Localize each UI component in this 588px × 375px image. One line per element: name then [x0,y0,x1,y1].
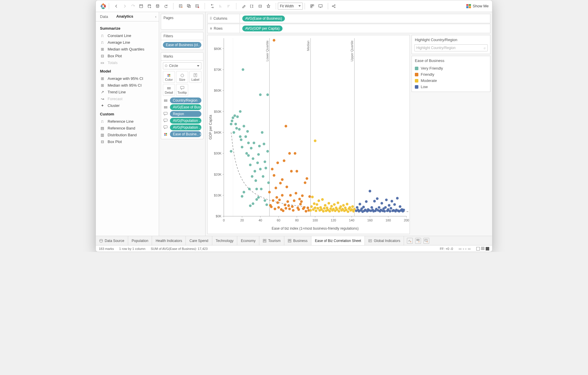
analytics-item[interactable]: ▤Reference Band [96,125,159,132]
mark-pill[interactable]: Ease of Busine.. ≡ [170,131,201,137]
redo-button[interactable] [121,2,128,10]
sheet-tab[interactable]: Tourism [259,236,284,245]
svg-point-172 [305,210,307,213]
status-sum: SUM of AVG(Ease of Business): 17,423 [151,247,208,250]
mark-color[interactable]: Color [163,71,175,83]
fit-selector[interactable]: Fit Width [278,3,303,10]
analytics-item[interactable]: ✦Cluster [96,102,159,109]
sheet-tab[interactable]: Care Spend [186,236,212,245]
mark-pill[interactable]: Region [170,111,201,117]
svg-point-150 [285,207,287,210]
filter-pill[interactable]: Ease of Business (cl.. ≡ [163,42,201,48]
columns-shelf[interactable]: ⦙⦙⦙Columns AVG(Ease of Business) [207,14,490,23]
sheet-tab[interactable]: Business [284,236,311,245]
mark-pill[interactable]: AVG(Ease of Busi.. [170,104,201,110]
label-button[interactable] [256,2,264,10]
svg-rect-287 [263,239,264,241]
highlight-button[interactable] [240,2,248,10]
legend-item[interactable]: Low [412,84,490,90]
sheet-tab[interactable]: Population [128,236,152,245]
pause-updates-button[interactable] [154,2,161,10]
mark-label[interactable]: TLabel [189,71,201,83]
status-nav[interactable]: ⏮ ◀ ▶ ⏭ [458,247,471,250]
sort-desc-button[interactable] [225,2,233,10]
mark-size[interactable]: Size [176,71,188,83]
new-data-button[interactable] [146,2,153,10]
rows-icon: ≡ [210,26,212,31]
chart-viz[interactable]: $0K$10K$20K$30K$40K$50K$60K$70K$80K02040… [207,35,410,234]
svg-point-256 [378,206,380,209]
svg-point-228 [351,205,354,208]
undo-button[interactable] [113,2,120,10]
sheet-tab[interactable]: Technology [212,236,238,245]
status-view-icons[interactable] [476,247,489,250]
sheet-tab[interactable]: Economy [237,236,259,245]
svg-point-166 [299,203,302,206]
highlight-input[interactable]: Highlight Country/Region ⌕ [414,44,488,51]
analytics-item[interactable]: ⎍Reference Line [96,118,159,125]
legend-card: Ease of Business Very FriendlyFriendlyMo… [412,56,490,92]
new-story-tab[interactable] [423,238,429,244]
mark-detail[interactable]: Detail [163,84,175,96]
columns-pill[interactable]: AVG(Ease of Business) [242,16,285,21]
revert-button[interactable] [129,2,137,10]
svg-point-239 [362,206,365,208]
rows-pill[interactable]: AVG(GDP per Capita) [242,26,283,31]
analytics-item[interactable]: ▥Distribution Band [96,132,159,138]
analytics-item[interactable]: ↝Forecast [96,95,159,102]
refresh-button[interactable] [162,2,170,10]
group-button[interactable] [248,2,256,10]
new-dashboard-tab[interactable] [415,238,421,244]
mark-type-selector[interactable]: Circle [163,62,201,69]
duplicate-sheet-button[interactable] [185,2,193,10]
save-button[interactable] [137,2,145,10]
rows-shelf[interactable]: ≡Rows AVG(GDP per Capita) [207,24,490,33]
pin-button[interactable] [265,2,272,10]
analytics-item[interactable]: ⊞Average with 95% CI [96,75,159,82]
sheet-tab[interactable]: Global Indicators [365,236,404,245]
legend-item[interactable]: Moderate [412,78,490,84]
cards-button[interactable] [308,2,316,10]
analytics-item[interactable]: ⎍Constant Line [96,32,159,39]
mark-pill[interactable]: AVG(Population .. [170,125,201,130]
mark-pill[interactable]: Country/Region [170,97,201,103]
share-button[interactable] [330,2,338,10]
analytics-item[interactable]: ⊟Box Plot [96,138,159,145]
analytics-item[interactable]: ⊟Box Plot [96,53,159,59]
mark-tooltip[interactable]: Tooltip [176,84,188,96]
legend-item[interactable]: Very Friendly [412,65,490,71]
tab-data[interactable]: Data [96,12,112,21]
analytics-item[interactable]: ⊞Median with Quartiles [96,46,159,53]
svg-point-195 [321,198,324,201]
collapse-sidebar-icon[interactable]: ‹ [155,14,156,19]
clear-sheet-button[interactable] [193,2,201,10]
sheet-tab[interactable]: Ease of Biz Correlation Sheet [311,236,365,245]
new-sheet-button[interactable] [177,2,185,10]
svg-point-107 [253,170,256,172]
sort-asc-button[interactable] [217,2,224,10]
svg-point-155 [289,194,292,197]
svg-point-190 [317,207,319,210]
new-sheet-tab[interactable] [407,238,413,244]
sheet-tab[interactable]: Data Source [96,236,128,245]
mark-pill[interactable]: AVG(Population .. [170,118,201,124]
tab-analytics[interactable]: Analytics [112,12,137,21]
svg-point-95 [243,125,245,127]
svg-point-161 [295,192,297,194]
presentation-button[interactable] [317,2,324,10]
svg-point-10 [156,4,159,6]
show-me-button[interactable]: Show Me [466,4,489,8]
left-sidebar: Data Analytics ‹ Summarize ⎍Constant Lin… [96,12,159,236]
swap-button[interactable] [208,2,216,10]
svg-rect-293 [369,240,372,242]
sheet-tab[interactable]: Health Indicators [152,236,186,245]
svg-point-198 [324,204,327,207]
tableau-logo[interactable] [99,2,107,10]
legend-item[interactable]: Friendly [412,71,490,78]
analytics-item[interactable]: ↗Trend Line [96,89,159,95]
svg-point-248 [370,206,373,209]
analytics-item[interactable]: ⎍Average Line [96,39,159,46]
analytics-item[interactable]: ▭Totals [96,59,159,66]
svg-point-276 [396,197,399,200]
analytics-item[interactable]: ⊞Median with 95% CI [96,82,159,89]
